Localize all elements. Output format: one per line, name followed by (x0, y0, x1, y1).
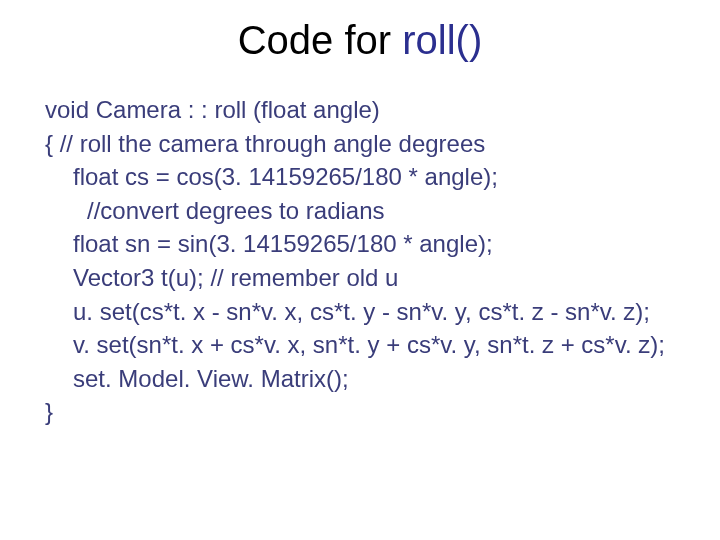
code-line: set. Model. View. Matrix(); (45, 362, 700, 396)
code-line: //convert degrees to radians (45, 194, 700, 228)
title-emphasis: roll() (402, 18, 482, 62)
code-line: float cs = cos(3. 14159265/180 * angle); (45, 160, 700, 194)
code-line: { // roll the camera through angle degre… (45, 127, 700, 161)
code-line: u. set(cs*t. x - sn*v. x, cs*t. y - sn*v… (45, 295, 700, 329)
code-block: void Camera : : roll (float angle) { // … (0, 93, 720, 429)
code-line: void Camera : : roll (float angle) (45, 93, 700, 127)
title-prefix: Code for (238, 18, 403, 62)
code-line: float sn = sin(3. 14159265/180 * angle); (45, 227, 700, 261)
code-line: Vector3 t(u); // remember old u (45, 261, 700, 295)
slide-title: Code for roll() (0, 18, 720, 63)
code-line: } (45, 395, 700, 429)
code-line: v. set(sn*t. x + cs*v. x, sn*t. y + cs*v… (45, 328, 700, 362)
slide: Code for roll() void Camera : : roll (fl… (0, 18, 720, 540)
